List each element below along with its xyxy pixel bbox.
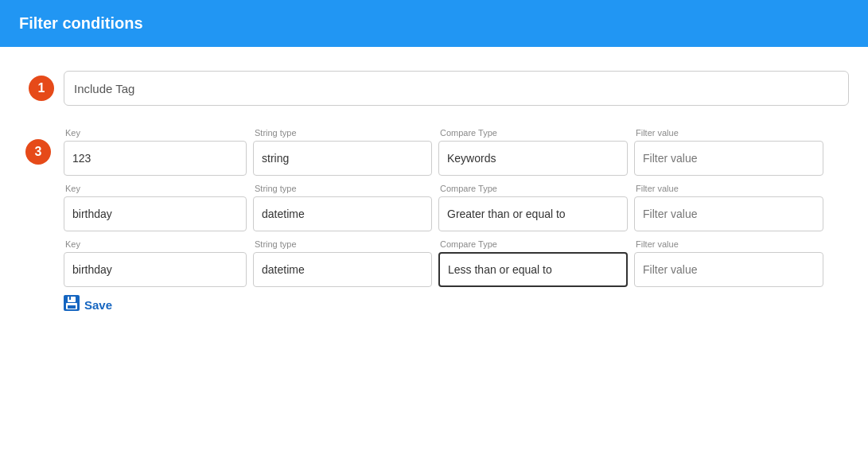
filter-row-3-inner: Key String type Compare Type Filter valu… [64, 239, 823, 287]
filter-value-group-1: Filter value [634, 128, 823, 176]
string-type-group-3: String type [253, 239, 432, 287]
svg-rect-2 [69, 297, 71, 300]
filter-row-2: Key String type Compare Type Filter valu… [64, 184, 849, 231]
filter-row-1-inner: Key String type Compare Type Filter valu… [64, 128, 823, 176]
string-type-group-1: String type [253, 128, 432, 176]
compare-type-input-2[interactable] [438, 196, 628, 231]
compare-type-label-2: Compare Type [438, 184, 628, 193]
include-tag-input[interactable] [64, 71, 849, 106]
filter-value-label-1: Filter value [634, 128, 823, 138]
key-input-3[interactable] [64, 252, 247, 287]
filter-value-group-2: Filter value [634, 184, 823, 231]
string-type-input-2[interactable] [253, 196, 432, 231]
string-type-group-2: String type [253, 184, 432, 231]
svg-rect-1 [68, 297, 76, 302]
compare-type-input-1[interactable] [438, 141, 628, 176]
string-type-label-2: String type [253, 184, 432, 193]
save-button[interactable]: Save [84, 298, 112, 312]
header-title: Filter conditions [19, 14, 143, 32]
save-icon [64, 295, 80, 315]
compare-type-label-1: Compare Type [438, 128, 628, 138]
key-group-3: Key [64, 239, 247, 287]
filter-row-2-inner: Key String type Compare Type Filter valu… [64, 184, 823, 231]
compare-type-group-3: Compare Type [438, 239, 628, 287]
filter-value-label-3: Filter value [634, 239, 823, 249]
string-type-input-3[interactable] [253, 252, 432, 287]
key-label-3: Key [64, 239, 247, 249]
compare-type-label-3: Compare Type [438, 239, 628, 249]
key-input-2[interactable] [64, 196, 247, 231]
compare-type-group-2: Compare Type [438, 184, 628, 231]
filter-value-input-2[interactable] [634, 196, 823, 231]
key-group-2: Key [64, 184, 247, 231]
compare-type-input-3[interactable] [438, 252, 628, 287]
step3-badge: 3 [25, 139, 51, 165]
svg-rect-4 [68, 305, 76, 309]
filter-row-3: Key String type Compare Type Filter valu… [64, 239, 849, 287]
step1-row: 1 [19, 71, 849, 106]
save-row: Save [19, 295, 849, 315]
filter-value-group-3: Filter value [634, 239, 823, 287]
filter-value-input-1[interactable] [634, 141, 823, 176]
key-group-1: Key [64, 128, 247, 176]
string-type-label-3: String type [253, 239, 432, 249]
header: Filter conditions [0, 0, 868, 47]
filter-row-1: 3 Key String type Compare Type Filter va… [64, 128, 849, 176]
key-input-1[interactable] [64, 141, 247, 176]
compare-type-group-1: Compare Type [438, 128, 628, 176]
key-label-1: Key [64, 128, 247, 138]
string-type-input-1[interactable] [253, 141, 432, 176]
string-type-label-1: String type [253, 128, 432, 138]
filter-value-input-3[interactable] [634, 252, 823, 287]
filter-value-label-2: Filter value [634, 184, 823, 193]
key-label-2: Key [64, 184, 247, 193]
filter-rows-section: 3 Key String type Compare Type Filter va… [19, 128, 849, 287]
step1-badge: 1 [29, 76, 54, 101]
